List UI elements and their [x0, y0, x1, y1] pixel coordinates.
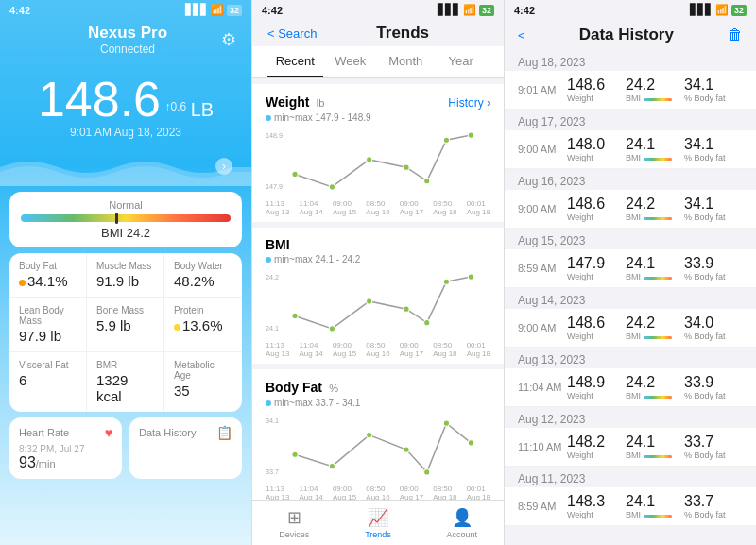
- svg-point-26: [468, 440, 473, 446]
- tab-recent[interactable]: Recent: [267, 46, 323, 77]
- nav-account[interactable]: 👤 Account: [420, 501, 504, 545]
- trash-icon[interactable]: 🗑: [728, 26, 743, 43]
- svg-point-17: [468, 274, 473, 280]
- row-weight: 148.6 Weight: [567, 315, 626, 341]
- data-history-title: Data History 📋: [139, 425, 232, 440]
- status-time-1: 4:42: [9, 5, 30, 16]
- bmi-card: Normal BMI 24.2: [9, 192, 242, 247]
- device-header: Nexus Pro Connected ⚙: [0, 20, 251, 63]
- row-weight: 148.6 Weight: [567, 77, 626, 103]
- heart-rate-value: 93/min: [19, 454, 112, 471]
- history-row-7[interactable]: 8:59 AM 148.3 Weight 24.1 BMI 33.7 % Bod…: [505, 487, 756, 526]
- bmi-range-dot: [266, 257, 271, 263]
- row-weight: 148.3 Weight: [567, 493, 626, 519]
- stat-metabolic-age: Metabolic Age 35: [164, 352, 242, 412]
- weight-chart-area: 148.9 147.9: [266, 127, 490, 197]
- row-bmi: 24.1 BMI: [626, 255, 684, 281]
- weight-value: 148.6: [38, 72, 161, 127]
- bmi-mini-bar: [644, 396, 672, 399]
- nav-trends[interactable]: 📈 Trends: [336, 501, 421, 545]
- trends-nav: < Search Trends: [252, 20, 504, 46]
- tab-year[interactable]: Year: [434, 46, 490, 77]
- bmi-sparkline: 24.2 24.1: [266, 268, 490, 339]
- history-icon: 📋: [216, 425, 232, 440]
- search-back-link[interactable]: < Search: [267, 26, 317, 41]
- history-row-3[interactable]: 8:59 AM 147.9 Weight 24.1 BMI 33.9 % Bod…: [505, 249, 756, 288]
- row-bodyfat: 33.7 % Body fat: [684, 434, 743, 460]
- row-time: 9:00 AM: [518, 144, 567, 155]
- row-bmi: 24.2 BMI: [626, 196, 684, 222]
- row-bmi: 24.1 BMI: [626, 434, 684, 460]
- dot-yellow: [174, 324, 180, 331]
- history-row-5[interactable]: 11:04 AM 148.9 Weight 24.2 BMI 33.9 % Bo…: [505, 368, 756, 407]
- wifi-icon: 📶: [211, 4, 224, 16]
- weight-chart-range: min~max 147.9 - 148.9: [266, 112, 490, 123]
- history-row-2[interactable]: 9:00 AM 148.6 Weight 24.2 BMI 34.1 % Bod…: [505, 190, 756, 229]
- back-button[interactable]: <: [518, 28, 525, 43]
- svg-point-8: [468, 132, 473, 138]
- weight-date: 9:01 AM Aug 18, 2023: [0, 126, 251, 139]
- heart-rate-card[interactable]: Heart Rate ♥ 8:32 PM, Jul 27 93/min: [9, 417, 122, 479]
- svg-point-5: [404, 164, 409, 170]
- svg-point-24: [424, 469, 430, 475]
- data-history-title: Data History: [525, 26, 728, 44]
- row-bodyfat: 34.1 % Body fat: [684, 196, 743, 222]
- row-bmi: 24.2 BMI: [626, 77, 684, 103]
- svg-text:24.2: 24.2: [266, 273, 279, 281]
- row-weight: 148.2 Weight: [567, 434, 626, 460]
- row-time: 9:01 AM: [518, 84, 567, 95]
- history-row-0[interactable]: 9:01 AM 148.6 Weight 24.2 BMI 34.1 % Bod…: [505, 71, 756, 110]
- svg-point-16: [443, 279, 449, 284]
- heart-rate-date: 8:32 PM, Jul 27: [19, 444, 112, 454]
- row-bodyfat: 33.9 % Body fat: [684, 255, 743, 281]
- bodyfat-range-dot: [266, 400, 271, 406]
- tab-month[interactable]: Month: [378, 46, 434, 77]
- stat-body-water: Body Water 48.2%: [164, 253, 242, 298]
- svg-point-22: [367, 432, 372, 437]
- history-row-1[interactable]: 9:00 AM 148.0 Weight 24.1 BMI 34.1 % Bod…: [505, 130, 756, 169]
- date-header-aug16: Aug 16, 2023: [505, 169, 756, 190]
- bmi-mini-bar: [644, 98, 672, 101]
- row-time: 11:04 AM: [518, 382, 567, 393]
- row-weight: 148.6 Weight: [567, 196, 626, 222]
- wave-dot[interactable]: [215, 158, 232, 175]
- row-weight: 148.9 Weight: [567, 374, 626, 400]
- dot-orange: [19, 280, 26, 286]
- bmi-chart-title: BMI: [266, 237, 290, 252]
- history-row-6[interactable]: 11:10 AM 148.2 Weight 24.1 BMI 33.7 % Bo…: [505, 428, 756, 467]
- svg-point-25: [443, 420, 449, 426]
- bodyfat-chart-title: Body Fat %: [266, 379, 338, 396]
- stat-bone-mass: Bone Mass 5.9 lb: [87, 298, 164, 352]
- data-history-card[interactable]: Data History 📋: [129, 417, 242, 479]
- row-bmi: 24.1 BMI: [626, 136, 684, 162]
- tab-week[interactable]: Week: [323, 46, 379, 77]
- row-time: 9:00 AM: [518, 203, 567, 214]
- trends-title: Trends: [317, 24, 489, 43]
- bmi-label: Normal: [21, 199, 231, 211]
- weight-history-link[interactable]: History ›: [448, 96, 490, 110]
- history-row-4[interactable]: 9:00 AM 148.6 Weight 24.2 BMI 34.0 % Bod…: [505, 309, 756, 348]
- svg-point-12: [329, 326, 335, 332]
- bmi-chart-range: min~max 24.1 - 24.2: [266, 254, 490, 264]
- status-icons-3: ▋▋▋ 📶 32: [690, 4, 747, 16]
- wifi-icon-3: 📶: [715, 4, 729, 16]
- svg-point-2: [292, 171, 298, 177]
- bmi-chart-header: BMI: [266, 237, 490, 252]
- nav-devices[interactable]: ⊞ Devices: [252, 501, 336, 545]
- bmi-mini-bar: [644, 217, 672, 220]
- gear-icon[interactable]: ⚙: [221, 29, 236, 50]
- bmi-value: BMI 24.2: [101, 226, 150, 240]
- svg-text:34.1: 34.1: [266, 417, 279, 425]
- svg-point-13: [367, 298, 372, 304]
- row-time: 8:59 AM: [518, 501, 567, 512]
- battery-icon-2: 32: [479, 5, 494, 16]
- date-header-aug18: Aug 18, 2023: [505, 50, 756, 71]
- stats-grid: Body Fat 34.1% Muscle Mass 91.9 lb Body …: [9, 253, 242, 412]
- bmi-mini-bar: [644, 277, 672, 280]
- bmi-mini-bar: [644, 336, 672, 339]
- weight-sparkline: 148.9 147.9: [266, 127, 490, 197]
- status-time-2: 4:42: [262, 5, 283, 16]
- row-bmi: 24.1 BMI: [626, 493, 684, 519]
- panel-trends: 4:42 ▋▋▋ 📶 32 < Search Trends Recent Wee…: [251, 0, 505, 545]
- bmi-indicator: [115, 213, 118, 224]
